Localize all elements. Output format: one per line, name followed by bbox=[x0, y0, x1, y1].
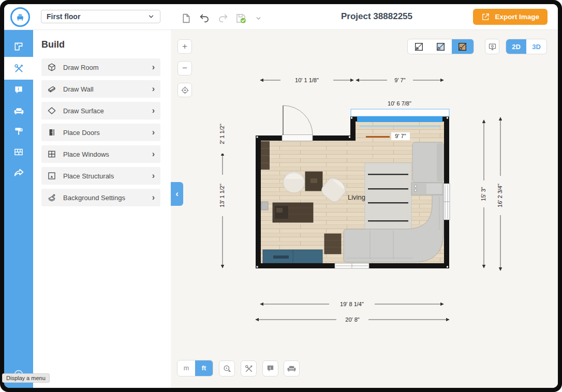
dim-right-outer: 16' 2 3/4" bbox=[497, 184, 503, 207]
menu-item-background-settings[interactable]: Background Settings › bbox=[41, 189, 160, 206]
menu-item-place-doors[interactable]: Place Doors › bbox=[41, 124, 160, 141]
desk[interactable] bbox=[273, 203, 313, 222]
floor-selector-value: First floor bbox=[47, 12, 147, 21]
diamond-surface-icon bbox=[47, 106, 56, 115]
annotations-button[interactable]: i bbox=[262, 360, 278, 376]
chevron-right-icon: › bbox=[152, 172, 155, 180]
cube-icon bbox=[47, 63, 56, 72]
topbar: First floor bbox=[4, 4, 558, 30]
chat-info-icon: i bbox=[13, 85, 24, 95]
menu-item-place-windows[interactable]: Place Windows › bbox=[41, 145, 160, 163]
export-icon bbox=[481, 12, 490, 21]
nav-build-tools[interactable] bbox=[4, 57, 33, 80]
menu-item-label: Draw Surface bbox=[63, 107, 145, 115]
menu-item-label: Draw Room bbox=[63, 64, 145, 71]
view-3d-button[interactable]: 3D bbox=[526, 39, 546, 54]
tools-icon bbox=[244, 364, 254, 373]
export-image-button[interactable]: Export Image bbox=[473, 9, 548, 25]
outline-render-icon bbox=[415, 42, 423, 51]
room-label[interactable]: Living bbox=[348, 193, 365, 201]
view-settings-button[interactable] bbox=[485, 39, 499, 54]
sideboard[interactable] bbox=[263, 250, 322, 263]
dim-bottom-inner: 19' 8 1/4" bbox=[340, 301, 364, 307]
structural-icon bbox=[47, 171, 56, 180]
window-icon bbox=[47, 149, 56, 159]
share-arrow-icon bbox=[13, 168, 24, 178]
measure-tool-button[interactable] bbox=[219, 360, 235, 376]
wall-slab-icon bbox=[47, 84, 56, 94]
furniture-mode-button[interactable] bbox=[284, 360, 300, 376]
window-bottom[interactable] bbox=[335, 263, 369, 268]
center-view-button[interactable] bbox=[178, 83, 192, 97]
wall-panel[interactable] bbox=[261, 202, 268, 210]
svg-text:9' 7": 9' 7" bbox=[395, 133, 406, 139]
screenshot-stage: First floor bbox=[0, 0, 562, 392]
floor-plan[interactable]: Living 9' 7" bbox=[171, 30, 558, 388]
collapse-panel-tab[interactable]: ‹ bbox=[171, 182, 183, 206]
units-imperial-button[interactable]: ft bbox=[195, 360, 213, 376]
menu-item-draw-wall[interactable]: Draw Wall › bbox=[41, 80, 160, 98]
chevron-right-icon: › bbox=[152, 85, 155, 93]
undo-button[interactable] bbox=[198, 11, 211, 25]
build-panel-title: Build bbox=[41, 39, 171, 50]
rug[interactable] bbox=[365, 163, 411, 229]
dim-bottom-outer: 20' 8" bbox=[345, 316, 360, 323]
zoom-in-button[interactable]: + bbox=[178, 39, 192, 54]
side-table[interactable] bbox=[305, 172, 322, 191]
units-metric-button[interactable]: m bbox=[178, 360, 195, 376]
nav-floorplan[interactable] bbox=[4, 36, 33, 57]
sofa-icon bbox=[13, 105, 24, 116]
render-mode-textured[interactable] bbox=[452, 39, 474, 54]
door[interactable] bbox=[282, 105, 313, 141]
nav-furniture[interactable] bbox=[4, 100, 33, 121]
menu-item-label: Place Doors bbox=[63, 129, 145, 137]
menu-item-draw-room[interactable]: Draw Room › bbox=[41, 58, 160, 76]
save-menu-chevron[interactable] bbox=[252, 11, 265, 25]
view-2d-button[interactable]: 2D bbox=[506, 39, 526, 54]
app-logo-icon[interactable] bbox=[10, 7, 30, 27]
menu-item-place-structurals[interactable]: Place Structurals › bbox=[41, 167, 160, 185]
build-tools-button[interactable] bbox=[241, 360, 257, 376]
nav-surfaces[interactable] bbox=[4, 142, 33, 162]
nav-share[interactable] bbox=[4, 162, 33, 183]
svg-text:i: i bbox=[18, 86, 19, 92]
menu-item-label: Place Windows bbox=[63, 150, 145, 158]
redo-button[interactable] bbox=[216, 11, 230, 25]
dimension-window-inner: 9' 7" bbox=[391, 132, 410, 140]
floor-selector-dropdown[interactable]: First floor bbox=[41, 10, 160, 23]
display-settings-icon bbox=[488, 42, 497, 51]
tape-measure-icon bbox=[223, 364, 232, 373]
brick-wall-icon bbox=[13, 147, 24, 157]
render-mode-group bbox=[407, 39, 474, 54]
chevron-right-icon: › bbox=[152, 107, 155, 115]
nav-materials[interactable] bbox=[4, 121, 33, 142]
menu-item-label: Draw Wall bbox=[63, 85, 145, 93]
floor-planner-app: First floor bbox=[4, 4, 558, 388]
new-document-button[interactable] bbox=[179, 11, 193, 25]
dim-top-right: 9' 7" bbox=[394, 77, 405, 83]
plan-canvas[interactable]: Living 9' 7" bbox=[171, 30, 558, 388]
bookcase[interactable] bbox=[261, 141, 270, 170]
project-title: Project 38882255 bbox=[315, 11, 439, 22]
dim-left-lower: 13' 1 1/2" bbox=[219, 184, 225, 207]
new-document-icon bbox=[181, 13, 191, 24]
furniture-logo-icon bbox=[15, 12, 25, 22]
undo-icon bbox=[199, 12, 210, 24]
chat-info-icon: i bbox=[266, 364, 275, 373]
window-right[interactable] bbox=[443, 184, 450, 220]
armchair[interactable] bbox=[283, 171, 305, 193]
wall-shelf[interactable] bbox=[366, 136, 390, 138]
menu-item-label: Background Settings bbox=[63, 194, 145, 202]
nav-annotations[interactable]: i bbox=[4, 80, 33, 100]
coffee-table[interactable] bbox=[324, 234, 341, 254]
render-mode-color[interactable] bbox=[430, 39, 451, 54]
save-button[interactable] bbox=[234, 11, 247, 25]
render-mode-outline[interactable] bbox=[408, 39, 430, 54]
chevron-right-icon: › bbox=[152, 193, 155, 202]
zoom-out-button[interactable]: − bbox=[178, 61, 192, 76]
tooltip: Display a menu bbox=[2, 373, 50, 383]
chevron-right-icon: › bbox=[152, 63, 155, 71]
chevron-down-icon bbox=[147, 13, 155, 20]
crosshair-icon bbox=[181, 86, 189, 95]
menu-item-draw-surface[interactable]: Draw Surface › bbox=[41, 102, 160, 119]
